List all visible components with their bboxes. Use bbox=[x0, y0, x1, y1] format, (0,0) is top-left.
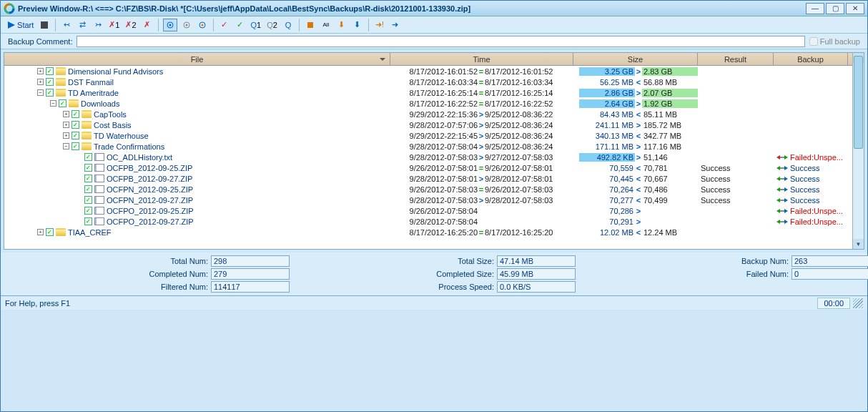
sync-left-button[interactable]: ↢ bbox=[60, 19, 73, 31]
table-row[interactable]: ✓OCFPO_2012-09-25.ZIP9/26/2012-07:58:047… bbox=[4, 205, 864, 216]
view-icon-2[interactable] bbox=[180, 19, 193, 31]
table-row[interactable]: ✓OCFPB_2012-09-25.ZIP9/26/2012-07:58:01=… bbox=[4, 162, 864, 173]
file-name: TD Waterhouse bbox=[94, 132, 149, 140]
col-file[interactable]: File bbox=[4, 53, 390, 65]
row-checkbox[interactable]: ✓ bbox=[71, 121, 79, 129]
start-button[interactable]: Start bbox=[6, 19, 35, 31]
table-row[interactable]: ✓OCFPN_2012-09-25.ZIP9/26/2012-07:58:03=… bbox=[4, 184, 864, 195]
table-row[interactable]: +✓CapTools9/29/2012-22:15:36>9/25/2012-0… bbox=[4, 109, 864, 119]
table-row[interactable]: ✓OCFPN_2012-09-27.ZIP9/28/2012-07:58:03>… bbox=[4, 195, 864, 205]
row-checkbox[interactable]: ✓ bbox=[84, 175, 92, 182]
view-icon-1[interactable] bbox=[163, 19, 177, 31]
size-compare-icon: > bbox=[635, 153, 642, 162]
view-icon-3[interactable] bbox=[196, 19, 209, 31]
size-compare-icon: < bbox=[635, 185, 642, 194]
col-backup[interactable]: Backup bbox=[774, 53, 848, 65]
row-checkbox[interactable]: ✓ bbox=[84, 185, 92, 193]
expand-icon[interactable]: + bbox=[63, 122, 69, 128]
arrow-down-blue-button[interactable]: ⬇ bbox=[351, 19, 364, 31]
expand-icon[interactable]: − bbox=[37, 89, 44, 96]
table-row[interactable]: −✓TD Ameritrade8/17/2012-16:25:14=8/17/2… bbox=[4, 87, 864, 98]
expand-icon[interactable]: + bbox=[63, 132, 69, 139]
table-row[interactable]: ✓OC_ADLHistory.txt9/28/2012-07:58:03>9/2… bbox=[4, 152, 864, 162]
scroll-down-icon[interactable]: ▼ bbox=[853, 239, 864, 249]
svg-point-4 bbox=[169, 24, 171, 26]
maximize-button[interactable]: ▢ bbox=[826, 3, 844, 14]
col-time[interactable]: Time bbox=[390, 53, 573, 65]
expand-icon[interactable]: + bbox=[37, 79, 44, 85]
resize-grip-icon[interactable] bbox=[853, 298, 863, 308]
row-checkbox[interactable]: ✓ bbox=[84, 196, 92, 204]
stop-button[interactable] bbox=[38, 19, 51, 31]
size-compare-icon: < bbox=[635, 110, 642, 119]
table-row[interactable]: ✓OCFPO_2012-09-27.ZIP9/28/2012-07:58:047… bbox=[4, 216, 864, 227]
table-row[interactable]: +✓Cost Basis9/28/2012-07:57:06>9/25/2012… bbox=[4, 119, 864, 130]
full-backup-checkbox[interactable]: Full backup bbox=[809, 37, 860, 46]
time-compare-icon: > bbox=[478, 121, 485, 129]
time-left: 8/17/2012-16:01:52 bbox=[390, 67, 478, 76]
row-checkbox[interactable]: ✓ bbox=[84, 207, 92, 215]
row-checkbox[interactable]: ✓ bbox=[46, 67, 54, 75]
table-row[interactable]: ✓OCFPB_2012-09-27.ZIP9/28/2012-07:58:01>… bbox=[4, 173, 864, 184]
expand-icon[interactable]: + bbox=[37, 229, 44, 235]
table-row[interactable]: +✓Dimensional Fund Advisors8/17/2012-16:… bbox=[4, 66, 864, 77]
backup-text: Success bbox=[790, 185, 820, 194]
check-red-button[interactable]: ✓ bbox=[218, 19, 231, 31]
row-checkbox[interactable]: ✓ bbox=[46, 228, 54, 236]
search-q2-button[interactable]: Q2 bbox=[265, 19, 279, 31]
select-all-button[interactable]: All bbox=[320, 19, 332, 31]
file-icon bbox=[94, 217, 104, 225]
time-right: 8/17/2012-16:03:34 bbox=[485, 78, 553, 87]
close-button[interactable]: ✕ bbox=[846, 3, 864, 14]
titlebar[interactable]: Preview Window-R:\ <==> C:\FZ\BS\R-Disk\… bbox=[1, 1, 867, 16]
arrow-right-blue-button[interactable]: ➜ bbox=[389, 19, 402, 31]
search-q-button[interactable]: Q bbox=[282, 19, 295, 31]
delete-x-button[interactable]: ✗ bbox=[141, 19, 154, 31]
row-checkbox[interactable]: ✓ bbox=[46, 89, 54, 97]
col-result[interactable]: Result bbox=[698, 53, 774, 65]
arrow-down-orange-button[interactable]: ⬇ bbox=[335, 19, 348, 31]
size-left: 492.82 KB bbox=[579, 153, 635, 162]
col-size[interactable]: Size bbox=[573, 53, 698, 65]
size-left: 340.13 MB bbox=[579, 132, 635, 140]
table-row[interactable]: +✓DST Fanmail8/17/2012-16:03:34=8/17/201… bbox=[4, 77, 864, 87]
expand-icon[interactable]: − bbox=[63, 143, 69, 149]
row-checkbox[interactable]: ✓ bbox=[71, 142, 79, 150]
svg-marker-13 bbox=[776, 166, 780, 170]
time-compare-icon: = bbox=[478, 185, 485, 194]
failed-num-value: 0 bbox=[791, 268, 868, 280]
backup-status-icon bbox=[776, 186, 788, 193]
time-compare-icon: = bbox=[478, 99, 485, 108]
sync-both-button[interactable]: ⇄ bbox=[76, 19, 89, 31]
table-row[interactable]: −✓Downloads8/17/2012-16:22:52=8/17/2012-… bbox=[4, 98, 864, 109]
expand-icon[interactable]: + bbox=[37, 68, 44, 74]
table-row[interactable]: +✓TD Waterhouse9/29/2012-22:15:45>9/25/2… bbox=[4, 130, 864, 141]
time-right: 9/25/2012-08:36:22 bbox=[485, 110, 553, 119]
table-row[interactable]: −✓Trade Confirmations9/28/2012-07:58:04>… bbox=[4, 141, 864, 152]
row-checkbox[interactable]: ✓ bbox=[84, 164, 92, 172]
expand-icon[interactable]: − bbox=[50, 100, 56, 107]
row-checkbox[interactable]: ✓ bbox=[71, 110, 79, 118]
row-checkbox[interactable]: ✓ bbox=[46, 78, 54, 86]
table-row[interactable]: +✓TIAA_CREF8/17/2012-16:25:20=8/17/2012-… bbox=[4, 227, 864, 237]
expand-icon[interactable]: + bbox=[63, 111, 69, 117]
scroll-thumb[interactable] bbox=[854, 56, 863, 149]
arrow-right-orange-button[interactable]: ➜! bbox=[373, 19, 386, 31]
row-checkbox[interactable]: ✓ bbox=[84, 153, 92, 161]
sync-right-button[interactable]: ↣ bbox=[92, 19, 104, 31]
row-checkbox[interactable]: ✓ bbox=[84, 217, 92, 225]
row-checkbox[interactable]: ✓ bbox=[59, 99, 66, 107]
time-right: 9/25/2012-08:36:24 bbox=[485, 142, 553, 151]
check-green-button[interactable]: ✓ bbox=[234, 19, 247, 31]
size-right: 70,499 bbox=[642, 196, 698, 205]
minimize-button[interactable]: — bbox=[806, 3, 824, 14]
vertical-scrollbar[interactable]: ▲ ▼ bbox=[852, 53, 864, 249]
comment-input[interactable] bbox=[77, 36, 804, 47]
delete-x2-button[interactable]: ✗2 bbox=[124, 19, 137, 31]
time-left: 9/28/2012-07:58:03 bbox=[390, 153, 478, 162]
row-checkbox[interactable]: ✓ bbox=[71, 132, 79, 139]
size-left: 70,264 bbox=[579, 185, 635, 194]
delete-x1-button[interactable]: ✗1 bbox=[107, 19, 121, 31]
tool-icon-1[interactable] bbox=[304, 19, 317, 31]
search-q1-button[interactable]: Q1 bbox=[250, 19, 263, 31]
